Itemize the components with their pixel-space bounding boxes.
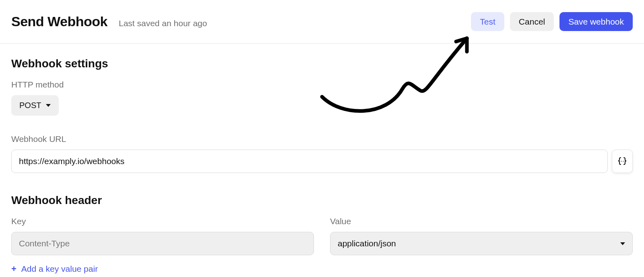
insert-variable-button[interactable] bbox=[612, 150, 633, 173]
webhook-url-input[interactable] bbox=[11, 150, 608, 173]
webhook-header-title: Webhook header bbox=[11, 194, 633, 207]
webhook-url-label: Webhook URL bbox=[11, 134, 633, 144]
last-saved-text: Last saved an hour ago bbox=[119, 19, 207, 28]
chevron-down-icon bbox=[46, 104, 51, 107]
page-title: Send Webhook bbox=[11, 14, 107, 29]
webhook-url-group: Webhook URL bbox=[11, 134, 633, 173]
header-actions: Test Cancel Save webhook bbox=[471, 12, 633, 31]
add-key-value-label: Add a key value pair bbox=[21, 264, 98, 274]
kv-value-col: Value application/json bbox=[330, 217, 633, 255]
content-area: Webhook settings HTTP method POST Webhoo… bbox=[0, 44, 644, 274]
header-left: Send Webhook Last saved an hour ago bbox=[11, 14, 207, 29]
test-button[interactable]: Test bbox=[471, 12, 504, 31]
value-label: Value bbox=[330, 217, 633, 226]
kv-row: Key Value application/json bbox=[11, 217, 633, 255]
http-method-label: HTTP method bbox=[11, 80, 633, 90]
svg-point-0 bbox=[621, 161, 622, 162]
http-method-value: POST bbox=[19, 101, 41, 110]
plus-icon: + bbox=[11, 265, 17, 273]
cancel-button[interactable]: Cancel bbox=[510, 12, 554, 31]
header-key-input bbox=[11, 232, 314, 255]
webhook-settings-title: Webhook settings bbox=[11, 57, 633, 70]
webhook-url-row bbox=[11, 150, 633, 173]
kv-key-col: Key bbox=[11, 217, 314, 255]
save-webhook-button[interactable]: Save webhook bbox=[559, 12, 633, 31]
add-key-value-link[interactable]: + Add a key value pair bbox=[11, 264, 98, 274]
header-value-selected: application/json bbox=[338, 239, 396, 248]
page-header: Send Webhook Last saved an hour ago Test… bbox=[0, 0, 644, 44]
key-label: Key bbox=[11, 217, 314, 226]
svg-point-1 bbox=[623, 161, 624, 162]
braces-icon bbox=[617, 156, 627, 166]
http-method-select[interactable]: POST bbox=[11, 95, 59, 116]
webhook-header-section: Webhook header Key Value application/jso… bbox=[11, 194, 633, 274]
header-value-select[interactable]: application/json bbox=[330, 232, 633, 255]
chevron-down-icon bbox=[620, 242, 625, 245]
